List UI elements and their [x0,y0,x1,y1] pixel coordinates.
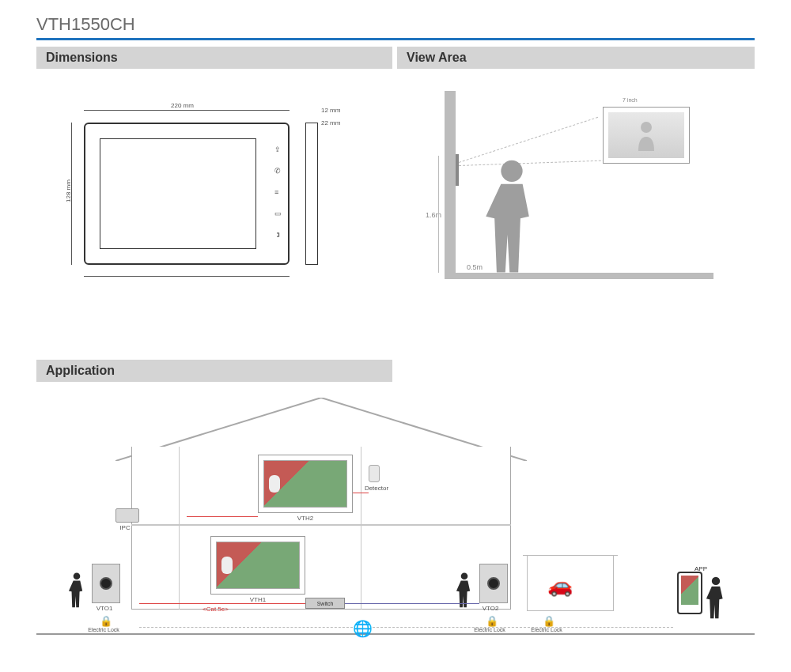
monitor-icon: ▭ [274,210,282,217]
inner-floor [131,524,511,526]
car-icon: 🚗 [547,573,573,598]
person-vto1 [68,572,85,611]
device-side-view [305,123,318,265]
page-title: VTH1550CH [0,0,791,38]
dim-bottom-line [84,276,290,277]
wall-mounted-unit [456,154,459,186]
title-underline [36,38,755,40]
dimensions-diagram: 220 mm 128 mm ⇪ ✆ ≡ ▭ 🕽 12 mm 22 mm [36,83,392,296]
cable-line [139,603,305,604]
switch-label: Switch [317,601,334,606]
switch-device: Switch [305,598,345,609]
dimensions-header: Dimensions [36,47,392,69]
detector-label: Detector [353,485,400,492]
svg-point-3 [461,572,468,580]
vth1-person-icon [221,557,233,574]
vto2-device [479,564,508,603]
call-icon: ✆ [274,168,282,175]
vto1-device [92,564,120,603]
garage-roof [523,555,618,556]
electric-lock-label-3: Electric Lock [527,627,566,632]
person-vto2 [456,572,473,611]
vth1-monitor [210,536,305,595]
sight-line-top [459,117,598,163]
dim-height-label: 128 mm [65,179,72,202]
phone-icon [677,572,702,614]
vth1-label: VTH1 [234,596,282,603]
detector-icon [369,465,380,482]
vth2-monitor [258,455,353,513]
distance-label: 0.5m [467,263,483,271]
preview-monitor [603,107,690,164]
garage: 🚗 [527,556,614,611]
vto2-lens-icon [487,577,500,590]
electric-lock-label-2: Electric Lock [470,627,509,632]
unlock-icon: ⇪ [274,146,282,153]
person-app [706,576,726,623]
lock-icon-2: 🔒 [486,615,498,627]
ground-line [36,633,755,635]
wall [445,91,456,273]
lock-icon-1: 🔒 [100,615,112,627]
vth2-person-icon [269,475,280,493]
ipc-camera-icon [115,508,139,523]
application-diagram: IPC VTH2 Detector VTH1 <Cat.5e> Switch V… [36,390,755,643]
device-front-view: ⇪ ✆ ≡ ▭ 🕽 [84,123,290,265]
view-area-diagram: 7 inch 1.6m 0.5m [397,83,755,296]
vth1-screen [216,542,300,589]
device-screen [100,138,256,249]
vth2-screen [263,460,347,508]
device-buttons-column: ⇪ ✆ ≡ ▭ 🕽 [274,146,282,239]
dim-side1-label: 12 mm [321,107,340,114]
person-silhouette [484,158,539,280]
inner-wall-1 [179,447,180,610]
net-line-left [139,627,353,628]
svg-point-1 [641,122,652,133]
dim-top-line [84,110,290,111]
svg-point-0 [501,160,522,182]
menu-icon: ≡ [274,189,282,196]
svg-point-4 [712,577,720,585]
height-dim-line [438,156,439,273]
dim-side2-label: 22 mm [321,119,340,126]
application-header: Application [36,360,392,382]
cable-label: <Cat.5e> [202,606,229,613]
globe-icon: 🌐 [353,619,373,638]
dim-width-label: 220 mm [171,102,194,109]
vto2-label: VTO2 [467,605,514,612]
electric-lock-label-1: Electric Lock [84,627,123,632]
top-content-row: 220 mm 128 mm ⇪ ✆ ≡ ▭ 🕽 12 mm 22 mm [36,83,755,296]
conn-vth2-det [353,493,369,493]
inner-wall-2 [361,447,361,610]
ipc-label: IPC [101,524,149,531]
screen-size-label: 7 inch [623,97,638,103]
lock-icon-3: 🔒 [543,615,555,627]
svg-point-2 [74,572,81,580]
vto1-lens-icon [100,577,112,590]
section-headers-row: Dimensions View Area [36,47,755,69]
phone-screen [681,576,698,605]
app-label: APP [694,565,707,572]
net-line-right [373,627,673,628]
vth2-label: VTH2 [282,515,329,522]
talk-icon: 🕽 [274,232,282,239]
conn-ipc-vth [187,516,258,517]
preview-monitor-screen [608,112,684,158]
mount-height-label: 1.6m [426,211,441,219]
view-area-header: View Area [397,47,755,69]
conn-switch-vto2 [345,603,479,604]
vto1-label: VTO1 [81,605,128,612]
